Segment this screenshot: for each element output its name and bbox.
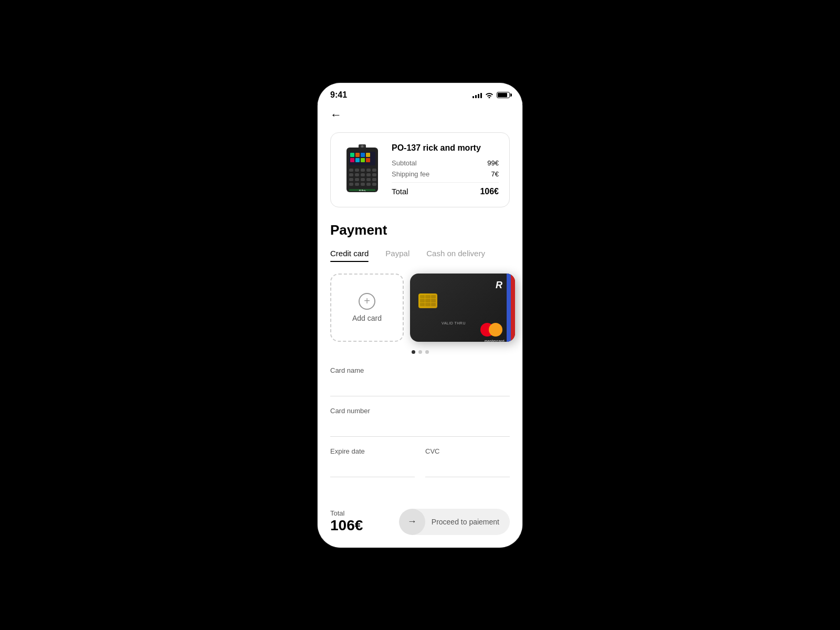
shipping-row: Shipping fee 7€ (392, 170, 499, 178)
bottom-total: Total 106€ (330, 509, 363, 534)
order-details: PO-137 rick and morty Subtotal 99€ Shipp… (392, 143, 499, 196)
price-divider (392, 182, 499, 183)
wifi-icon (485, 92, 494, 98)
svg-rect-27 (349, 183, 353, 186)
status-icons (472, 92, 510, 98)
bottom-total-label: Total (330, 509, 363, 517)
payment-tabs: Credit card Paypal Cash on delivery (330, 249, 510, 261)
dot-1 (412, 350, 415, 354)
bottom-bar: Total 106€ → Proceed to paiement (318, 500, 522, 548)
proceed-label: Proceed to paiement (425, 518, 510, 526)
shipping-label: Shipping fee (392, 170, 429, 178)
svg-rect-25 (366, 178, 371, 181)
svg-rect-14 (361, 169, 365, 172)
svg-rect-19 (361, 173, 365, 176)
card-name-input[interactable] (330, 379, 510, 396)
main-content: ← (318, 104, 522, 500)
svg-rect-4 (350, 153, 354, 157)
subtotal-row: Subtotal 99€ (392, 159, 499, 167)
svg-rect-31 (372, 183, 376, 186)
svg-rect-12 (349, 169, 353, 172)
cvc-label: CVC (425, 447, 510, 455)
order-total-label: Total (392, 187, 408, 196)
svg-rect-9 (355, 158, 360, 162)
total-row: Total 106€ (392, 187, 499, 196)
status-time: 9:41 (330, 90, 347, 100)
proceed-button[interactable]: → Proceed to paiement (399, 509, 510, 535)
phone-frame: 9:41 ← (318, 83, 522, 548)
svg-point-1 (361, 145, 364, 148)
subtotal-label: Subtotal (392, 159, 417, 167)
svg-rect-21 (372, 173, 376, 176)
tab-cash-on-delivery[interactable]: Cash on delivery (426, 249, 485, 261)
svg-rect-5 (355, 153, 360, 157)
cards-carousel: + Add card R VALID THRU (330, 274, 510, 342)
card-valid-thru: VALID THRU (442, 321, 466, 325)
credit-card[interactable]: R VALID THRU mastercard (410, 274, 515, 342)
svg-rect-28 (355, 183, 359, 186)
add-card-plus-icon: + (359, 293, 375, 310)
carousel-dots (330, 350, 510, 354)
expire-cvc-row: Expire date CVC (330, 447, 510, 477)
mc-circle-right (489, 323, 502, 337)
expire-date-field: Expire date (330, 447, 415, 477)
subtotal-value: 99€ (487, 159, 499, 167)
mastercard-text: mastercard (485, 339, 505, 342)
svg-rect-18 (355, 173, 359, 176)
svg-rect-10 (361, 158, 365, 162)
svg-rect-23 (355, 178, 359, 181)
card-stripe-red (511, 274, 515, 342)
svg-rect-16 (372, 169, 376, 172)
svg-rect-22 (349, 178, 353, 181)
back-arrow-icon: ← (330, 108, 342, 121)
card-number-input[interactable] (330, 419, 510, 437)
svg-rect-11 (366, 158, 370, 162)
card-name-field: Card name (330, 366, 510, 396)
signal-icon (472, 92, 482, 98)
svg-rect-8 (350, 158, 354, 162)
bottom-total-value: 106€ (330, 517, 363, 534)
order-total-value: 106€ (480, 187, 499, 196)
svg-rect-6 (361, 153, 365, 157)
proceed-arrow-icon: → (407, 516, 417, 527)
svg-rect-17 (349, 173, 353, 176)
svg-rect-24 (361, 178, 365, 181)
status-bar: 9:41 (318, 83, 522, 104)
shipping-value: 7€ (491, 170, 499, 178)
card-stripe-blue (507, 274, 511, 342)
tab-credit-card[interactable]: Credit card (330, 249, 369, 261)
card-number-field: Card number (330, 407, 510, 437)
proceed-arrow-circle: → (399, 509, 425, 535)
cvc-field: CVC (425, 447, 510, 477)
card-r-logo: R (496, 280, 502, 291)
add-card-label: Add card (352, 314, 382, 322)
back-button[interactable]: ← (330, 104, 510, 132)
product-device-svg: AG Morty (344, 144, 381, 194)
svg-rect-20 (366, 173, 371, 176)
battery-icon (497, 92, 510, 98)
svg-rect-29 (361, 183, 365, 186)
svg-rect-15 (366, 169, 371, 172)
expire-date-input[interactable] (330, 459, 415, 477)
card-name-label: Card name (330, 366, 510, 374)
payment-section: Payment Credit card Paypal Cash on deliv… (330, 222, 510, 477)
card-mastercard-logo (480, 323, 502, 337)
dot-2 (418, 350, 422, 354)
svg-text:AG Morty: AG Morty (359, 190, 366, 192)
order-card: AG Morty PO-137 rick and morty Subtotal … (330, 132, 510, 207)
dot-3 (425, 350, 429, 354)
card-chip (418, 293, 437, 308)
add-card-button[interactable]: + Add card (330, 274, 404, 342)
card-number-label: Card number (330, 407, 510, 415)
payment-title: Payment (330, 222, 510, 238)
expire-date-label: Expire date (330, 447, 415, 455)
svg-rect-7 (366, 153, 370, 157)
product-image: AG Morty (341, 143, 383, 196)
svg-rect-26 (372, 178, 376, 181)
tab-paypal[interactable]: Paypal (385, 249, 410, 261)
product-name: PO-137 rick and morty (392, 143, 499, 153)
svg-rect-13 (355, 169, 359, 172)
cvc-input[interactable] (425, 459, 510, 477)
svg-rect-30 (366, 183, 371, 186)
